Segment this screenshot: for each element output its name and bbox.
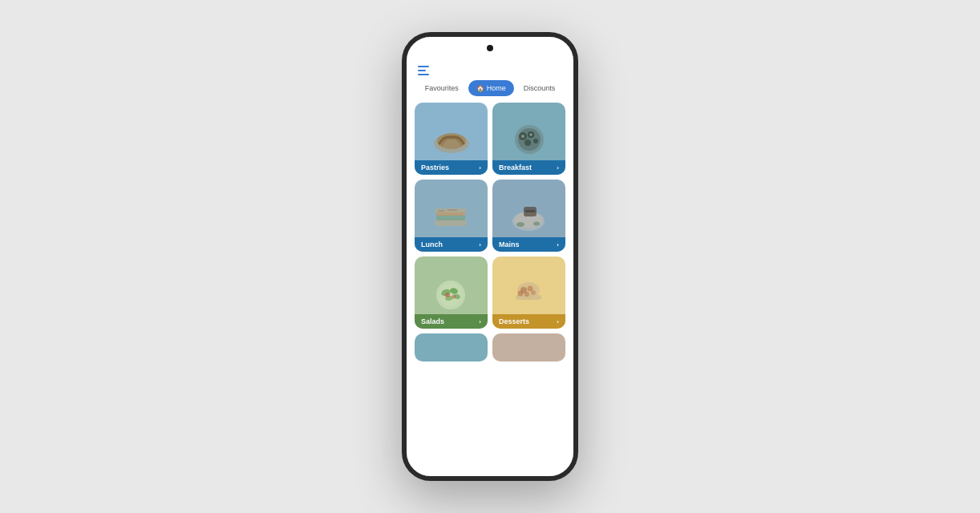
- partial-card-left[interactable]: [415, 333, 488, 362]
- phone-notch-bar: [407, 37, 573, 59]
- pastries-chevron: ›: [479, 164, 481, 172]
- lunch-chevron: ›: [479, 241, 481, 248]
- nav-tabs: Favourites 🏠 Home Discounts: [407, 80, 573, 103]
- mains-chevron: ›: [557, 241, 559, 248]
- tab-home[interactable]: 🏠 Home: [468, 80, 514, 96]
- mains-label-text: Mains: [499, 240, 520, 248]
- partial-card-right[interactable]: [492, 333, 565, 362]
- lunch-illustration: [415, 190, 488, 242]
- croissant-svg: [427, 121, 476, 157]
- desserts-label: Desserts ›: [492, 314, 565, 329]
- svg-point-28: [445, 293, 450, 297]
- svg-point-21: [533, 222, 540, 226]
- svg-rect-11: [436, 215, 465, 220]
- mains-svg: [503, 196, 555, 236]
- salads-illustration: [415, 267, 488, 319]
- sandwich-svg: [425, 196, 477, 236]
- salads-label: Salads ›: [415, 314, 488, 329]
- svg-rect-15: [447, 209, 457, 211]
- home-icon: 🏠: [476, 85, 484, 92]
- desserts-label-text: Desserts: [499, 317, 529, 325]
- category-card-breakfast[interactable]: Breakfast ›: [492, 103, 565, 175]
- mains-illustration: [492, 190, 565, 242]
- breakfast-chevron: ›: [557, 164, 559, 172]
- category-card-lunch[interactable]: Lunch ›: [415, 180, 488, 252]
- pastries-illustration: [415, 113, 488, 165]
- pastries-label: Pastries ›: [415, 160, 488, 175]
- svg-point-20: [516, 222, 524, 227]
- salad-svg: [425, 273, 477, 313]
- svg-rect-14: [438, 210, 444, 212]
- svg-point-9: [529, 133, 533, 136]
- svg-rect-10: [435, 220, 467, 226]
- pastries-label-text: Pastries: [421, 164, 449, 172]
- mains-label: Mains ›: [492, 237, 565, 252]
- desserts-illustration: [492, 267, 565, 319]
- svg-point-34: [524, 292, 529, 297]
- phone-screen: Favourites 🏠 Home Discounts: [407, 59, 573, 476]
- partial-left-bg: [415, 333, 488, 362]
- phone-frame: Favourites 🏠 Home Discounts: [402, 32, 578, 481]
- tab-home-label: Home: [487, 84, 506, 92]
- partial-row: [407, 333, 573, 362]
- salads-chevron: ›: [479, 318, 481, 325]
- phone-camera: [487, 45, 493, 51]
- breakfast-label: Breakfast ›: [492, 160, 565, 175]
- top-bar: [407, 59, 573, 80]
- salads-label-text: Salads: [421, 317, 444, 325]
- partial-right-bg: [492, 333, 565, 362]
- svg-point-35: [531, 290, 536, 295]
- tab-discounts[interactable]: Discounts: [516, 80, 564, 96]
- lunch-label-text: Lunch: [421, 240, 443, 248]
- svg-rect-19: [525, 210, 535, 212]
- tab-favourites-label: Favourites: [425, 84, 459, 92]
- breakfast-label-text: Breakfast: [499, 164, 532, 172]
- category-card-desserts[interactable]: Desserts ›: [492, 256, 565, 329]
- svg-point-8: [521, 135, 524, 138]
- lunch-label: Lunch ›: [415, 237, 488, 252]
- desserts-chevron: ›: [557, 318, 559, 325]
- category-card-pastries[interactable]: Pastries ›: [415, 103, 488, 175]
- svg-point-6: [524, 139, 531, 146]
- svg-point-29: [452, 295, 456, 299]
- svg-point-36: [518, 291, 524, 297]
- tab-discounts-label: Discounts: [524, 84, 556, 92]
- menu-icon-line-2: [418, 70, 426, 71]
- breakfast-svg: [505, 119, 553, 159]
- category-card-mains[interactable]: Mains ›: [492, 180, 565, 252]
- menu-icon-line-1: [418, 66, 429, 67]
- tab-favourites[interactable]: Favourites: [417, 80, 467, 96]
- breakfast-illustration: [492, 113, 565, 165]
- category-card-salads[interactable]: Salads ›: [415, 256, 488, 329]
- menu-icon[interactable]: [418, 66, 429, 75]
- category-grid: Pastries ›: [407, 103, 573, 329]
- dessert-svg: [503, 273, 555, 313]
- menu-icon-line-3: [418, 74, 429, 75]
- svg-point-7: [533, 139, 538, 143]
